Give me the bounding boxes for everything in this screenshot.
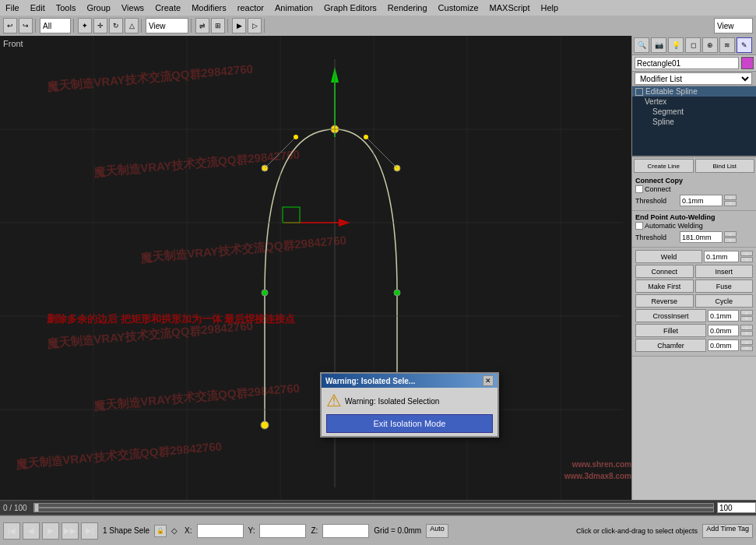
playback-step-prev-btn[interactable]: ◀ [23, 522, 40, 540]
threshold2-up-btn[interactable]: ▲ [724, 231, 737, 237]
playback-play-btn[interactable]: ▶ [42, 522, 59, 540]
chamfer-up-btn[interactable]: ▲ [740, 339, 753, 345]
timeline-handle[interactable] [34, 503, 39, 512]
connect-insert-row: Connect Insert [635, 265, 753, 278]
chamfer-input[interactable] [708, 339, 739, 351]
tree-label-editable: Editable Spline [645, 87, 698, 96]
tree-item-editable-spline[interactable]: Editable Spline [632, 86, 756, 97]
fuse-btn[interactable]: Fuse [695, 280, 754, 293]
rp-icon-magnify[interactable]: 🔍 [634, 37, 649, 53]
weld-down-btn[interactable]: ▼ [740, 257, 753, 262]
chamfer-btn[interactable]: Chamfer [635, 339, 706, 352]
auto-btn[interactable]: Auto [426, 524, 448, 538]
rp-icon-spacewarp[interactable]: ≋ [719, 37, 735, 53]
rp-icon-light[interactable]: 💡 [668, 37, 684, 53]
quick-render-btn[interactable]: ▷ [248, 18, 262, 33]
mirror-btn[interactable]: ⇌ [195, 18, 209, 33]
viewport[interactable]: Front 魔天制造VRAY技术交流QQ群29842760 魔天制造VRAY技术… [0, 36, 631, 500]
threshold2-label: Threshold [635, 234, 678, 241]
fillet-row: Fillet ▲ ▼ [635, 324, 753, 337]
rp-icon-helper[interactable]: ⊕ [702, 37, 718, 53]
menu-customize[interactable]: Customize [433, 3, 484, 12]
view-dropdown[interactable]: View [146, 18, 188, 33]
weld-input[interactable] [704, 251, 739, 262]
connect-checkbox[interactable] [635, 185, 643, 193]
menu-modifiers[interactable]: Modifiers [186, 3, 232, 12]
connect2-btn[interactable]: Connect [635, 265, 694, 278]
fillet-input[interactable] [708, 325, 739, 336]
rp-icon-modify[interactable]: ✎ [737, 37, 752, 53]
menu-graph-editors[interactable]: Graph Editors [318, 3, 382, 12]
select-btn[interactable]: ✦ [78, 18, 92, 33]
fillet-down-btn[interactable]: ▼ [740, 331, 753, 336]
menu-edit[interactable]: Edit [25, 3, 51, 12]
lock-btn[interactable]: 🔒 [154, 525, 167, 537]
crossinsert-down-btn[interactable]: ▼ [740, 316, 753, 322]
selection-dropdown[interactable]: All [40, 18, 71, 33]
weld-btn[interactable]: Weld [635, 250, 702, 263]
crossinsert-btn[interactable]: CrossInsert [635, 309, 706, 322]
menu-group[interactable]: Group [81, 3, 116, 12]
chamfer-down-btn[interactable]: ▼ [740, 346, 753, 351]
rp-icon-camera[interactable]: 📷 [651, 37, 666, 53]
threshold2-input[interactable] [680, 231, 723, 243]
threshold-up-btn[interactable]: ▲ [724, 195, 737, 200]
threshold-input[interactable] [680, 195, 723, 206]
menu-tools[interactable]: Tools [51, 3, 82, 12]
object-name-input[interactable] [635, 57, 739, 69]
menu-create[interactable]: Create [149, 3, 186, 12]
scale-btn[interactable]: △ [125, 18, 139, 33]
warning-close-btn[interactable]: ✕ [483, 375, 494, 386]
auto-weld-checkbox[interactable] [635, 222, 643, 230]
menu-reactor[interactable]: reactor [232, 3, 269, 12]
playback-prev-btn[interactable]: |◀ [3, 522, 20, 540]
exit-isolation-btn[interactable]: Exit Isolation Mode [326, 414, 493, 433]
object-color-box[interactable] [741, 57, 754, 69]
playback-step-next-btn[interactable]: ▶▶ [62, 522, 79, 540]
fillet-up-btn[interactable]: ▲ [740, 325, 753, 330]
add-time-tag-btn[interactable]: Add Time Tag [702, 524, 753, 538]
tree-item-spline[interactable]: Spline [632, 117, 756, 127]
threshold2-down-btn[interactable]: ▼ [724, 237, 737, 243]
y-input[interactable] [259, 524, 306, 538]
toolbar: ↩ ↪ All ✦ ✛ ↻ △ View ⇌ ⊞ ▶ ▷ View [0, 16, 756, 36]
rotate-btn[interactable]: ↻ [109, 18, 123, 33]
svg-line-12 [366, 137, 397, 168]
tree-item-segment[interactable]: Segment [632, 107, 756, 117]
x-input[interactable] [197, 524, 244, 538]
right-view-dropdown[interactable]: View [714, 18, 753, 33]
make-first-btn[interactable]: Make First [635, 280, 694, 293]
menu-views[interactable]: Views [116, 3, 149, 12]
weld-up-btn[interactable]: ▲ [740, 251, 753, 256]
threshold-down-btn[interactable]: ▼ [724, 201, 737, 206]
tl-position: 0 / 100 [0, 504, 30, 512]
rp-icon-shape[interactable]: ◻ [685, 37, 701, 53]
reverse-btn[interactable]: Reverse [635, 294, 694, 308]
playback-next-btn[interactable]: ▶| [81, 522, 98, 540]
timeline-end-input[interactable] [717, 502, 756, 513]
menu-rendering[interactable]: Rendering [382, 3, 433, 12]
connect-copy-label: Connect Copy [635, 177, 753, 185]
cycle-btn[interactable]: Cycle [695, 294, 754, 308]
fillet-btn[interactable]: Fillet [635, 324, 706, 337]
crossinsert-up-btn[interactable]: ▲ [740, 310, 753, 315]
undo-btn[interactable]: ↩ [3, 18, 17, 33]
z-input[interactable] [322, 524, 369, 538]
move-btn[interactable]: ✛ [93, 18, 107, 33]
modifier-dropdown[interactable]: Modifier List [635, 72, 752, 85]
render-btn[interactable]: ▶ [232, 18, 246, 33]
vertex-ops-section: Weld ▲ ▼ Connect Insert Make First Fuse … [632, 248, 756, 357]
create-line-btn[interactable]: Create Line [634, 159, 694, 173]
tree-item-vertex[interactable]: Vertex [632, 97, 756, 107]
bind-list-btn[interactable]: Bind List [695, 159, 755, 173]
menu-file[interactable]: File [0, 3, 25, 12]
menu-animation[interactable]: Animation [269, 3, 318, 12]
tb-sep-5 [227, 19, 230, 33]
insert-btn[interactable]: Insert [695, 265, 754, 278]
align-btn[interactable]: ⊞ [211, 18, 225, 33]
redo-btn[interactable]: ↪ [19, 18, 33, 33]
menu-maxscript[interactable]: MAXScript [484, 3, 536, 12]
timeline-slider[interactable] [33, 503, 714, 512]
menu-help[interactable]: Help [536, 3, 564, 12]
crossinsert-input[interactable] [708, 310, 739, 322]
